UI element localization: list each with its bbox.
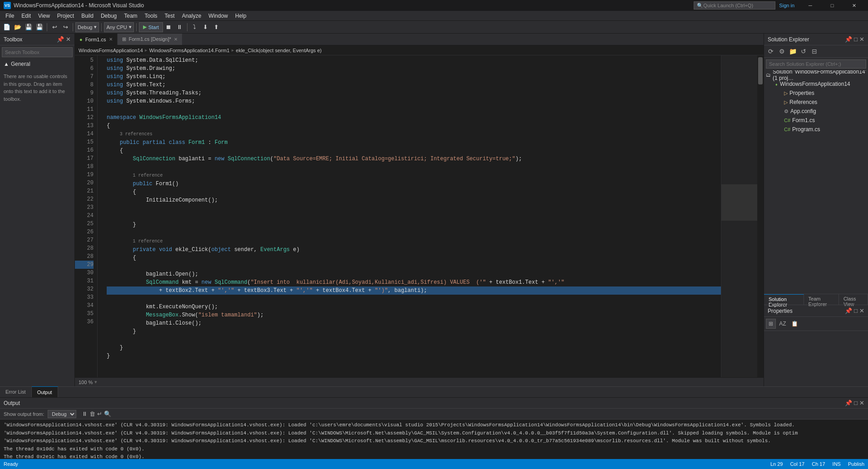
step-in-button[interactable]: ⬇	[201, 22, 211, 32]
new-project-button[interactable]: 📄	[2, 22, 12, 32]
appconfig-label: App.config	[790, 108, 816, 114]
minimap	[721, 55, 757, 377]
find-icon[interactable]: 🔍	[104, 410, 111, 417]
config-dropdown[interactable]: Debug ▾	[75, 22, 99, 32]
output-source-dropdown[interactable]: Debug	[48, 410, 76, 418]
clear-output-icon[interactable]: 🗑	[89, 410, 95, 417]
quick-launch[interactable]: 🔍 Quick Launch (Ctrl+Q)	[694, 1, 775, 10]
tree-appconfig[interactable]: ⚙ App.config	[764, 107, 868, 116]
collapse-all-button[interactable]: ⊟	[809, 46, 819, 56]
pause-button[interactable]: ⏸	[175, 22, 185, 32]
sep2	[73, 23, 73, 31]
refresh-button[interactable]: ↺	[799, 46, 809, 56]
properties-toolbar: ⊞ AZ 📋	[764, 317, 868, 331]
status-ch: Ch 17	[812, 461, 825, 467]
tree-references[interactable]: ▷ References	[764, 98, 868, 107]
property-pages-button[interactable]: 📋	[789, 319, 799, 329]
menu-file[interactable]: File	[2, 12, 18, 20]
step-over-button[interactable]: ⤵	[190, 22, 200, 32]
tab-form1-cs[interactable]: ● Form1.cs ✕	[75, 34, 118, 45]
code-gutter	[98, 55, 107, 377]
tab-solution-explorer[interactable]: Solution Explorer	[764, 294, 804, 305]
menu-project[interactable]: Project	[54, 12, 78, 20]
menu-edit[interactable]: Edit	[18, 12, 35, 20]
sync-button[interactable]: ⟳	[766, 46, 776, 56]
stop-output-icon[interactable]: ⏸	[82, 410, 88, 417]
close-icon[interactable]: ✕	[859, 36, 864, 43]
tree-programcs[interactable]: C# Program.cs	[764, 125, 868, 134]
properties-button[interactable]: ⚙	[777, 46, 787, 56]
pin-icon[interactable]: 📌	[845, 307, 852, 314]
code-content[interactable]: using System.Data.SqlClient; using Syste…	[107, 55, 721, 377]
save-button[interactable]: 💾	[24, 22, 34, 32]
maximize-button[interactable]: □	[822, 0, 843, 11]
maximize-icon[interactable]: □	[854, 36, 858, 43]
zoom-dropdown-icon[interactable]: ▾	[94, 379, 97, 385]
tab-output[interactable]: Output	[32, 386, 58, 397]
tree-properties[interactable]: ▷ Properties	[764, 89, 868, 98]
scrollbar-thumb[interactable]	[758, 57, 763, 84]
vertical-scrollbar[interactable]	[757, 55, 764, 377]
tab-close-button[interactable]: ✕	[174, 37, 178, 42]
minimize-button[interactable]: ─	[800, 0, 821, 11]
open-button[interactable]: 📂	[13, 22, 23, 32]
maximize-icon[interactable]: □	[854, 400, 858, 406]
cs-file-icon: ●	[79, 37, 83, 42]
close-button[interactable]: ✕	[843, 0, 864, 11]
show-all-files-button[interactable]: 📁	[788, 46, 798, 56]
status-publish[interactable]: Publish	[848, 461, 864, 467]
save-all-button[interactable]: 💾	[35, 22, 44, 32]
tab-class-view[interactable]: Class View	[839, 294, 868, 305]
tab-form1-design[interactable]: ⊞ Form1.cs [Design]* ✕	[118, 34, 183, 45]
folder-icon: ▷	[784, 99, 788, 105]
zoom-level[interactable]: 100 %	[79, 380, 93, 385]
maximize-icon[interactable]: □	[854, 307, 858, 314]
pin-icon[interactable]: 📌	[57, 36, 64, 43]
sep5	[187, 23, 187, 31]
close-icon[interactable]: ✕	[859, 400, 864, 406]
step-out-button[interactable]: ⬆	[212, 22, 222, 32]
menu-build[interactable]: Build	[78, 12, 97, 20]
undo-button[interactable]: ↩	[49, 22, 59, 32]
solution-search-input[interactable]	[769, 61, 863, 67]
pin-icon[interactable]: 📌	[845, 36, 852, 43]
code-editor[interactable]: 5 6 7 8 9 10 11 12 13 14 15 16 17 18 19 …	[75, 55, 764, 377]
tab-error-list[interactable]: Error List	[0, 386, 32, 397]
toolbox-search-input[interactable]	[5, 49, 69, 55]
solution-search-box[interactable]	[766, 59, 866, 69]
close-icon[interactable]: ✕	[859, 307, 864, 314]
tree-form1cs[interactable]: C# Form1.cs	[764, 116, 868, 125]
menu-test[interactable]: Test	[161, 12, 178, 20]
menu-tools[interactable]: Tools	[141, 12, 161, 20]
tree-solution[interactable]: 🗂 Solution 'WindowsFormsApplication14' (…	[764, 70, 868, 79]
output-content: 'WindowsFormsApplication14.vshost.exe' (…	[0, 420, 868, 459]
sign-in-link[interactable]: Sign in	[779, 3, 794, 8]
redo-button[interactable]: ↪	[60, 22, 70, 32]
toolbox-search-box[interactable]	[2, 47, 73, 57]
properties-panel: Properties 📌 □ ✕ ⊞ AZ 📋	[764, 305, 868, 386]
toolbox-general-group[interactable]: ▲ General	[0, 59, 74, 69]
stop-button[interactable]: ⏹	[164, 22, 174, 32]
minimap-highlight	[721, 184, 757, 221]
menu-debug[interactable]: Debug	[97, 12, 120, 20]
menu-help[interactable]: Help	[232, 12, 250, 20]
breadcrumb-project: WindowsFormsApplication14	[79, 48, 143, 53]
menu-window[interactable]: Window	[205, 12, 232, 20]
toggle-word-wrap-icon[interactable]: ↵	[97, 410, 102, 417]
start-button[interactable]: ▶ Start	[139, 22, 163, 32]
tab-team-explorer[interactable]: Team Explorer	[804, 294, 839, 305]
platform-dropdown[interactable]: Any CPU ▾	[104, 22, 133, 32]
toolbox-header-icons: 📌 ✕	[57, 36, 71, 43]
menu-view[interactable]: View	[35, 12, 54, 20]
alphabetical-button[interactable]: AZ	[778, 319, 788, 329]
menu-analyze[interactable]: Analyze	[178, 12, 205, 20]
output-panel-header: Output 📌 □ ✕	[0, 398, 868, 409]
breadcrumb-method: ekle_Click(object sender, EventArgs e)	[236, 48, 322, 53]
pin-icon[interactable]: 📌	[845, 400, 852, 406]
close-icon[interactable]: ✕	[66, 36, 71, 43]
tab-close-button[interactable]: ✕	[109, 37, 113, 42]
sep4	[136, 23, 137, 31]
output-line: 'WindowsFormsApplication14.vshost.exe' (…	[4, 421, 864, 430]
categorized-button[interactable]: ⊞	[766, 319, 776, 329]
menu-team[interactable]: Team	[120, 12, 141, 20]
